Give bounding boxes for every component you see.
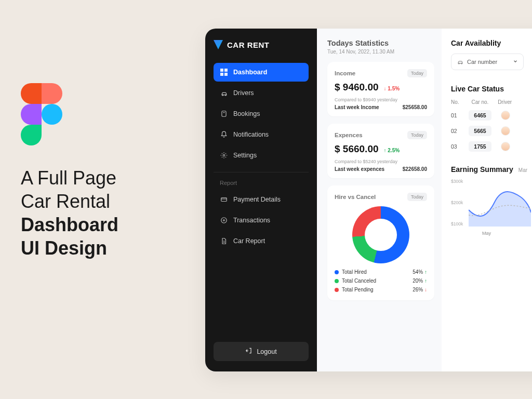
sidebar-item-transactions[interactable]: Transactions: [214, 211, 309, 230]
promo-line1: A Full Page: [21, 167, 116, 189]
sidebar-item-settings[interactable]: Settings: [214, 146, 309, 165]
promo-bold1: Dashboard: [21, 213, 187, 236]
avatar: [501, 142, 510, 151]
legend-row: Total Canceled 20% ↑: [335, 276, 427, 285]
svg-point-7: [223, 154, 225, 156]
expenses-delta: ↑ 2.5%: [384, 148, 400, 153]
sidebar-item-label: Bookings: [233, 110, 260, 117]
earning-chart: $300k $200k $100k May: [451, 179, 529, 236]
row-no: 01: [451, 112, 459, 118]
grid-icon: [220, 68, 228, 76]
row-carno: 5665: [469, 126, 491, 136]
expenses-lastweek-label: Last week expences: [335, 166, 384, 172]
live-title: Live Car Status: [451, 85, 532, 93]
promo-line2: Car Rental: [21, 191, 110, 212]
chevron-down-icon: [513, 59, 518, 65]
col-driver: Driver: [498, 99, 512, 105]
sidebar-item-drivers[interactable]: Drivers: [214, 84, 309, 102]
promo-heading: A Full Page Car Rental Dashboard UI Desi…: [21, 166, 187, 260]
income-lastweek-label: Last week Income: [335, 104, 379, 110]
live-car-status: Live Car Status No. Car no. Driver 01 64…: [451, 85, 532, 152]
row-no: 02: [451, 128, 459, 134]
car-number-dropdown[interactable]: Car number: [451, 54, 524, 70]
hire-title: Hire vs Cancel: [335, 194, 376, 200]
sidebar-item-label: Dashboard: [233, 69, 267, 76]
col-carno: Car no.: [472, 99, 489, 105]
promo-bold2: UI Design: [21, 236, 187, 260]
sidebar-item-label: Settings: [233, 152, 257, 159]
availability-title: Car Availablity: [451, 39, 532, 47]
svg-rect-8: [221, 198, 227, 202]
sidebar-item-label: Transactions: [233, 217, 270, 224]
svg-rect-0: [220, 69, 223, 72]
row-carno: 6465: [469, 110, 491, 121]
ylabel: $200k: [451, 200, 463, 205]
avatar: [501, 111, 510, 120]
legend-value: 26%: [413, 287, 423, 292]
income-lastweek-value: $25658.00: [403, 104, 427, 110]
sidebar-item-label: Drivers: [233, 89, 254, 97]
expenses-lastweek-value: $22658.00: [403, 166, 427, 172]
sidebar-item-bookings[interactable]: Bookings: [214, 104, 309, 123]
sidebar-item-label: Payment Details: [233, 196, 281, 203]
sidebar-separator: [214, 172, 309, 172]
arrow-up-icon: ↑: [424, 269, 427, 275]
logout-button[interactable]: Logout: [214, 342, 309, 361]
table-row: 02 5665: [451, 126, 532, 136]
sidebar-item-payment-details[interactable]: Payment Details: [214, 190, 309, 209]
sidebar-section-head: Report: [214, 178, 309, 190]
brand-logo-icon: [214, 40, 223, 49]
expenses-value: $ 5660.00: [335, 143, 379, 155]
right-column: Car Availablity Car number Live Car Stat…: [442, 29, 532, 371]
expenses-card: Expences Today $ 5660.00 ↑ 2.5% Compared…: [327, 124, 434, 178]
avatar: [501, 126, 510, 136]
expenses-period-pill[interactable]: Today: [407, 131, 427, 139]
svg-rect-6: [222, 111, 226, 117]
figma-logo-icon: [21, 83, 62, 145]
sidebar-item-label: Car Report: [233, 237, 265, 245]
legend-label: Total Pending: [342, 287, 374, 292]
legend-row: Total Hired 54% ↑: [335, 268, 427, 276]
page-subtitle: Tue, 14 Nov, 2022, 11.30 AM: [327, 49, 434, 55]
earning-title: Earning Summary: [451, 165, 513, 174]
income-title: Income: [335, 70, 355, 76]
hire-cancel-card: Hire vs Cancel Today Total Hired 54% ↑ T…: [327, 185, 434, 300]
brand-text: CAR RENT: [227, 41, 270, 49]
earning-period: Mar: [518, 167, 527, 173]
income-delta: ↓ 1.5%: [384, 86, 400, 91]
expenses-title: Expences: [335, 132, 363, 138]
legend-label: Total Canceled: [342, 278, 376, 284]
donut-chart: [352, 206, 409, 263]
brand: CAR RENT: [214, 40, 309, 49]
legend-row: Total Pending 26% ↓: [335, 285, 427, 294]
col-no: No.: [451, 99, 459, 105]
sidebar-item-car-report[interactable]: Car Report: [214, 232, 309, 250]
xlabel: May: [482, 231, 491, 236]
income-compare: Compared to $9940 yesterday: [335, 97, 427, 102]
ylabel: $100k: [451, 221, 463, 227]
income-period-pill[interactable]: Today: [407, 69, 427, 77]
table-row: 03 1755: [451, 141, 532, 152]
dropdown-label: Car number: [467, 59, 497, 65]
legend-dot-icon: [335, 270, 339, 274]
row-no: 03: [451, 143, 459, 150]
legend-value: 54%: [413, 269, 423, 275]
income-value: $ 9460.00: [335, 82, 379, 93]
hire-period-pill[interactable]: Today: [407, 193, 427, 201]
bell-icon: [220, 130, 228, 139]
stats-column: Todays Statistics Tue, 14 Nov, 2022, 11.…: [317, 29, 442, 371]
transactions-icon: [220, 216, 228, 224]
logout-icon: [245, 347, 252, 356]
sidebar-item-notifications[interactable]: Notifications: [214, 125, 309, 144]
doc-icon: [220, 237, 228, 245]
table-row: 01 6465: [451, 110, 532, 121]
row-carno: 1755: [469, 141, 491, 152]
sidebar: CAR RENT Dashboard Drivers Bookings Noti…: [205, 29, 317, 371]
legend-dot-icon: [335, 279, 339, 283]
promo-panel: A Full Page Car Rental Dashboard UI Desi…: [21, 83, 187, 260]
sidebar-item-dashboard[interactable]: Dashboard: [214, 63, 309, 82]
expenses-compare: Compared to $5240 yesterday: [335, 159, 427, 164]
legend-label: Total Hired: [342, 269, 367, 275]
page-title: Todays Statistics: [327, 39, 434, 47]
sidebar-item-label: Notifications: [233, 131, 269, 138]
